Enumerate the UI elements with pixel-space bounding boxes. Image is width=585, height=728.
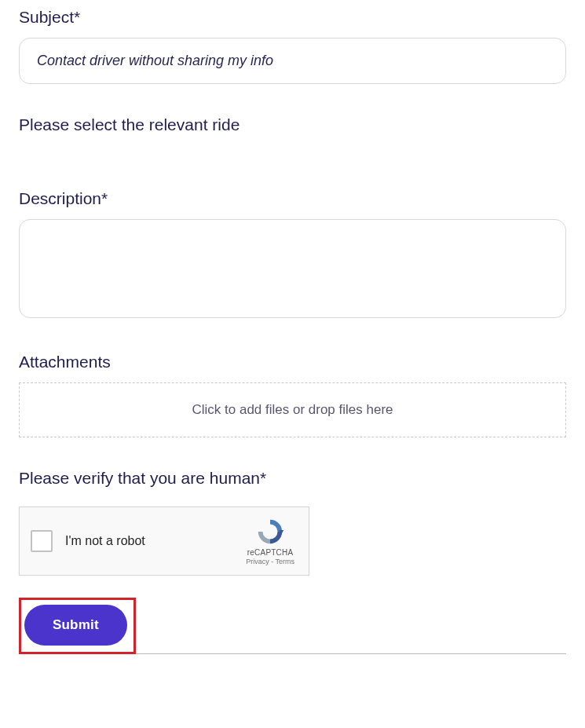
recaptcha-branding: reCAPTCHA Privacy - Terms <box>246 517 298 565</box>
description-textarea[interactable] <box>19 219 566 318</box>
recaptcha-icon <box>255 517 285 547</box>
attachments-label: Attachments <box>19 353 566 371</box>
recaptcha-privacy-link[interactable]: Privacy <box>246 558 269 565</box>
subject-label: Subject* <box>19 8 566 27</box>
captcha-label: Please verify that you are human* <box>19 469 566 488</box>
recaptcha-checkbox[interactable] <box>31 530 53 552</box>
recaptcha-separator: - <box>269 558 276 565</box>
recaptcha-brand-text: reCAPTCHA <box>247 548 293 557</box>
submit-highlight-box: Submit <box>19 598 136 654</box>
description-label: Description* <box>19 189 566 208</box>
recaptcha-checkbox-label: I'm not a robot <box>65 534 145 548</box>
recaptcha-terms-link[interactable]: Terms <box>276 558 295 565</box>
ride-label: Please select the relevant ride <box>19 115 566 134</box>
footer-divider <box>136 653 566 654</box>
submit-button[interactable]: Submit <box>24 605 127 646</box>
recaptcha-links: Privacy - Terms <box>246 558 294 565</box>
attachments-dropzone[interactable]: Click to add files or drop files here <box>19 382 566 437</box>
recaptcha-box: I'm not a robot reCAPTCHA Privacy - Term… <box>19 507 309 576</box>
subject-input[interactable] <box>19 38 566 84</box>
